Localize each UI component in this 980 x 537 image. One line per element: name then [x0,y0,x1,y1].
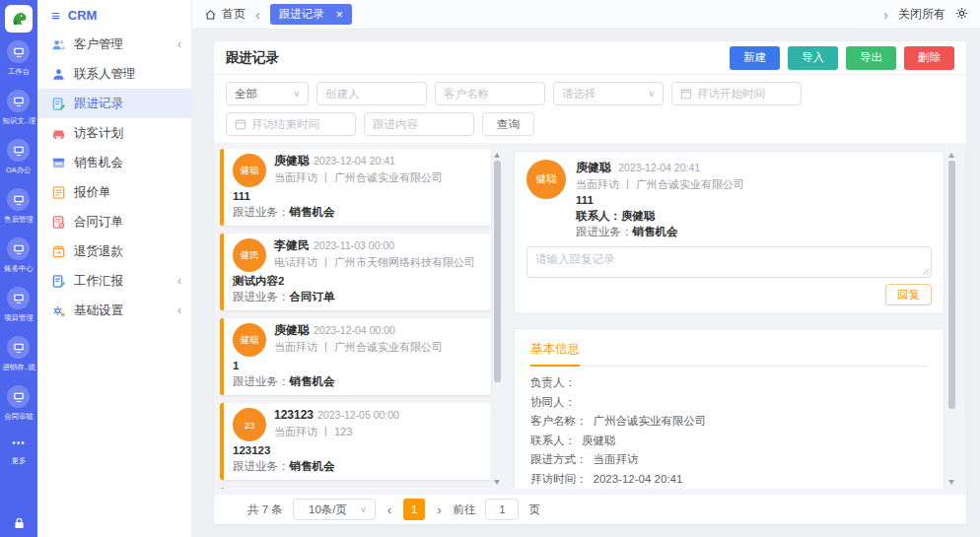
followup-icon [51,97,66,111]
pagination-bar: 共 7 条 10条/页 ∨ ‹ 1 › 前往 页 [214,495,966,524]
info-label: 负责人： [530,375,576,390]
rail-item-oa[interactable]: OA办公 [5,139,33,175]
chevron-down-icon: ∨ [360,504,367,514]
main-area: 首页 ‹ 跟进记录 × › 关闭所有 [192,0,980,537]
detail-name: 庾健聪 [576,161,611,174]
list-scrollbar[interactable] [493,151,502,487]
record-content: 111 [233,189,482,204]
import-button[interactable]: 导入 [788,46,838,70]
chevron-left-icon: ‹ [177,274,181,288]
visit-end-date-input[interactable]: 拜访结束时间 [226,112,356,136]
scroll-down-icon[interactable] [948,480,954,485]
record-type-select[interactable]: 全部 ∨ [226,82,309,105]
sidebar-item-label: 销售机会 [74,155,181,171]
info-row: 负责人： [530,375,928,390]
sidebar-item-label: 报价单 [74,184,181,201]
record-biz: 跟进业务：销售机会 [233,459,482,474]
rail-item-label: 工作台 [8,66,30,76]
app-logo[interactable] [5,5,33,33]
creator-input[interactable] [316,82,427,105]
current-page-button[interactable]: 1 [403,499,425,520]
scroll-up-icon[interactable] [948,153,954,158]
customer-name-input[interactable] [435,82,545,105]
customers-icon [51,37,66,52]
reply-button[interactable]: 回复 [885,284,932,305]
rail-item-aftersales[interactable]: 售后管理 [3,188,35,225]
create-button[interactable]: 新建 [730,46,780,70]
monitor-icon [7,336,30,359]
sidebar-item-contacts[interactable]: 联系人管理 [37,59,191,89]
rail-item-project[interactable]: 项目管理 [3,287,35,323]
reply-textarea[interactable] [526,246,932,278]
rail-item-finance-center[interactable]: 账务中心 [3,237,35,274]
info-row: 联系人：庾健聪 [530,434,928,448]
rail-item-knowledge[interactable]: 知识文..理 [1,90,36,126]
rail-item-workbench[interactable]: 工作台 [7,40,31,77]
tabs-scroll-right-icon[interactable]: › [883,8,888,22]
resize-grip-icon[interactable] [922,268,930,276]
detail-contact: 联系人：庾健聪 [576,208,744,224]
module-sidebar: ≡ CRM 客户管理‹联系人管理跟进记录访客计划销售机会报价单合同订单退货退款工… [37,0,192,537]
tab-followup[interactable]: 跟进记录 × [270,4,352,25]
scrollbar-thumb[interactable] [494,161,501,382]
record-time: 2023-11-03 00:00 [314,239,394,251]
rail-item-inventory[interactable]: 进销存..统 [1,336,36,372]
export-button[interactable]: 导出 [846,46,896,70]
tab-close-icon[interactable]: × [336,9,343,21]
scroll-up-icon[interactable] [494,153,500,158]
record-card[interactable]: 231231232023-12-05 00:00当面拜访 丨 123123123… [220,403,491,480]
calendar-icon [235,118,246,130]
rail-item-contract-review[interactable]: 合同审核 [3,385,35,422]
sidebar-item-visit-plan[interactable]: 访客计划 [37,118,191,148]
scrollbar-thumb[interactable] [948,161,955,409]
sidebar-item-label: 工作汇报 [74,273,170,290]
hamburger-icon[interactable]: ≡ [51,7,60,24]
sidebar-item-label: 基础设置 [74,302,170,319]
crm-app: 工作台知识文..理OA办公售后管理账务中心项目管理进销存..统合同审核•••更多… [0,0,980,537]
sidebar-item-contract-order[interactable]: 合同订单 [37,207,191,236]
info-value: 2023-12-04 20:41 [594,472,683,487]
sidebar-item-customers[interactable]: 客户管理‹ [37,30,191,59]
calendar-icon [680,88,692,100]
delete-button[interactable]: 删除 [904,46,954,70]
sidebar-item-refund[interactable]: 退货退款 [37,236,191,266]
status-select[interactable]: 请选择 ∨ [553,82,664,105]
next-page-button[interactable]: › [435,503,443,517]
home-tab[interactable]: 首页 [204,6,245,23]
record-card[interactable]: 健民李健民2023-12-04 12:37电话拜访 丨 广州市天翎网络科技有限公… [220,488,491,489]
rail-item-more[interactable]: •••更多 [11,435,27,466]
close-all-button[interactable]: 关闭所有 [898,6,945,23]
record-card[interactable]: 健民李健民2023-11-03 00:00电话拜访 丨 广州市天翎网络科技有限公… [220,234,491,310]
detail-scrollbar[interactable] [947,151,956,487]
sidebar-item-label: 联系人管理 [74,66,181,83]
record-card[interactable]: 健聪庾健聪2023-12-04 00:00当面拜访 丨 广州合诚实业有限公司1跟… [220,318,491,395]
sidebar-item-label: 客户管理 [74,36,170,53]
total-count: 共 7 条 [247,503,283,517]
info-value: 庾健聪 [582,434,616,448]
visit-start-date-input[interactable]: 拜访开始时间 [671,82,802,105]
info-row: 拜访时间：2023-12-04 20:41 [530,472,928,487]
record-card[interactable]: 健聪庾健聪2023-12-04 20:41当面拜访 丨 广州合诚实业有限公司11… [220,149,491,226]
search-button[interactable]: 查询 [482,112,534,136]
record-list: 健聪庾健聪2023-12-04 20:41当面拜访 丨 广州合诚实业有限公司11… [220,149,504,489]
contacts-icon [51,67,66,82]
scroll-down-icon[interactable] [494,480,500,485]
goto-page-input[interactable] [485,499,519,520]
lock-icon[interactable] [0,517,37,529]
page-content: 跟进记录 新建导入导出删除 全部 ∨ 请选择 ∨ [192,30,980,537]
gear-icon[interactable] [955,7,968,23]
prev-page-button[interactable]: ‹ [385,503,393,517]
page-title: 跟进记录 [226,49,279,67]
sidebar-item-sales-opportunity[interactable]: 销售机会 [37,148,191,177]
sidebar-item-quotation[interactable]: 报价单 [37,177,191,207]
record-name: 庾健聪2023-12-04 00:00 [274,323,443,338]
rail-item-label: 合同审核 [4,411,33,421]
tabs-scroll-left-icon[interactable]: ‹ [255,8,260,22]
record-time: 2023-12-04 20:41 [314,155,395,167]
sidebar-item-settings[interactable]: 基础设置‹ [37,296,191,325]
sidebar-item-work-report[interactable]: 工作汇报‹ [37,266,191,296]
record-meta: 当面拜访 丨 广州合诚实业有限公司 [274,340,443,354]
page-size-select[interactable]: 10条/页 ∨ [293,499,376,520]
sidebar-item-followup[interactable]: 跟进记录 [37,89,191,118]
followup-content-input[interactable] [364,112,474,136]
